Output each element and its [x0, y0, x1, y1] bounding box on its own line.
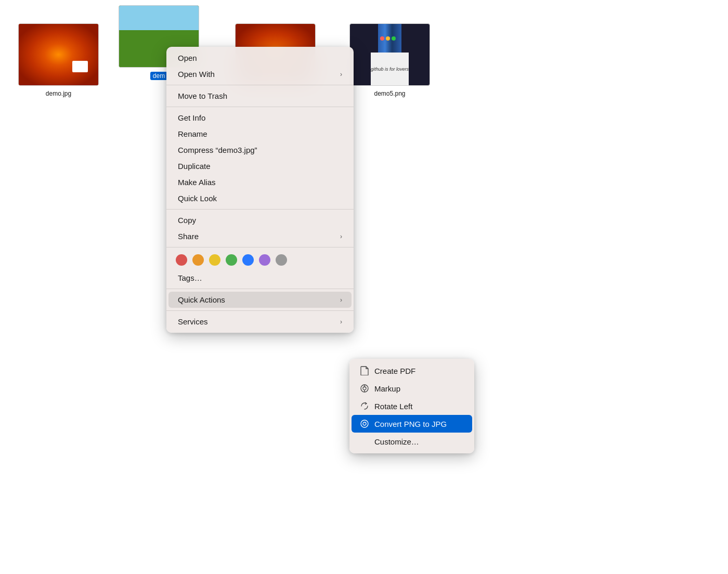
svg-point-1: [363, 387, 366, 390]
submenu-markup[interactable]: Markup: [352, 380, 472, 397]
tag-gray[interactable]: [276, 254, 287, 266]
quick-actions-submenu: Create PDF Markup Rotate Le: [349, 359, 474, 453]
file-label-demo3: dem: [150, 72, 167, 80]
submenu-convert-png-jpg[interactable]: Convert PNG to JPG: [352, 415, 472, 433]
markup-icon: [360, 384, 369, 393]
svg-point-4: [361, 420, 368, 427]
menu-get-info[interactable]: Get Info: [168, 110, 352, 126]
separator-3: [166, 209, 354, 210]
chevron-right-icon: ›: [340, 71, 342, 78]
separator-5: [166, 289, 354, 289]
menu-tags[interactable]: Tags…: [168, 270, 352, 286]
submenu-create-pdf[interactable]: Create PDF: [352, 362, 472, 380]
rotate-icon: [360, 401, 369, 411]
menu-open-with[interactable]: Open With ›: [168, 66, 352, 82]
submenu-customize[interactable]: Customize…: [352, 433, 472, 450]
menu-quick-actions[interactable]: Quick Actions ›: [168, 292, 352, 308]
tag-blue[interactable]: [242, 254, 254, 266]
menu-quick-look[interactable]: Quick Look: [168, 190, 352, 206]
convert-icon: [360, 419, 369, 428]
svg-point-5: [363, 422, 366, 425]
tag-green[interactable]: [226, 254, 237, 266]
doc-icon: [360, 366, 369, 375]
menu-rename[interactable]: Rename: [168, 126, 352, 142]
chevron-right-icon-share: ›: [340, 233, 342, 240]
tag-red[interactable]: [176, 254, 187, 266]
tag-purple[interactable]: [259, 254, 270, 266]
menu-copy[interactable]: Copy: [168, 212, 352, 228]
separator-1: [166, 85, 354, 85]
menu-compress[interactable]: Compress “demo3.jpg”: [168, 142, 352, 158]
desktop: demo.jpg dem github is for lovers demo5.…: [0, 0, 728, 574]
tag-color-row: [166, 250, 354, 270]
tag-orange[interactable]: [192, 254, 204, 266]
file-thumbnail-demo5: github is for lovers: [349, 23, 430, 86]
separator-6: [166, 310, 354, 311]
chevron-right-icon-svc: ›: [340, 318, 342, 325]
separator-4: [166, 247, 354, 247]
tag-yellow[interactable]: [209, 254, 220, 266]
file-item-demo5[interactable]: github is for lovers demo5.png: [349, 23, 430, 97]
customize-icon: [360, 437, 369, 446]
file-item-demo[interactable]: demo.jpg: [18, 23, 99, 97]
menu-move-trash[interactable]: Move to Trash: [168, 88, 352, 104]
menu-services[interactable]: Services ›: [168, 314, 352, 330]
file-thumbnail-demo: [18, 23, 99, 86]
file-label-demo: demo.jpg: [46, 90, 71, 97]
context-menu: Open Open With › Move to Trash Get Info …: [166, 47, 354, 333]
menu-make-alias[interactable]: Make Alias: [168, 174, 352, 190]
separator-2: [166, 107, 354, 107]
chevron-right-icon-qa: ›: [340, 296, 342, 304]
menu-share[interactable]: Share ›: [168, 228, 352, 244]
submenu-rotate-left[interactable]: Rotate Left: [352, 397, 472, 415]
menu-open[interactable]: Open: [168, 50, 352, 66]
file-label-demo5: demo5.png: [374, 90, 405, 97]
menu-duplicate[interactable]: Duplicate: [168, 158, 352, 174]
